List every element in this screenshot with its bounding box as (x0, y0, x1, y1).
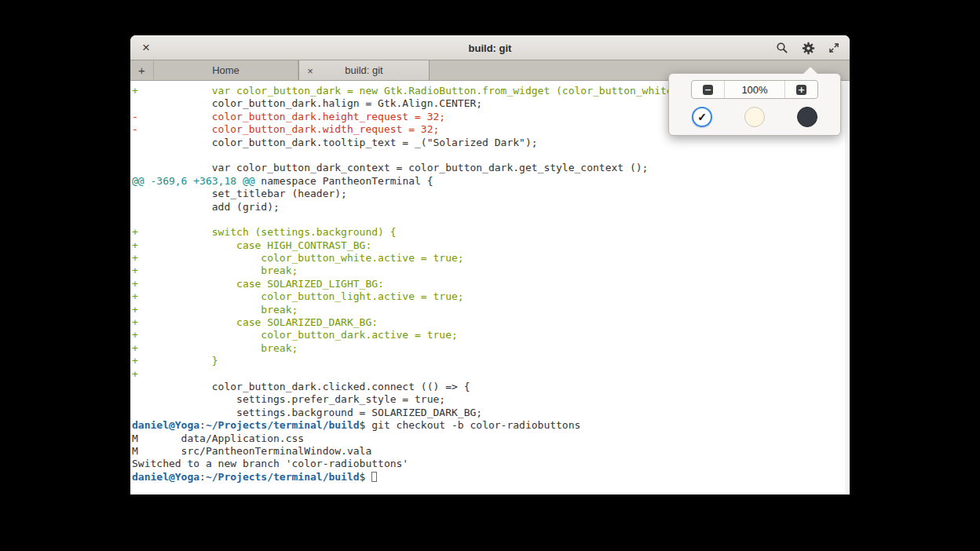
gear-icon (802, 42, 815, 55)
new-tab-button[interactable]: + (130, 60, 154, 80)
terminal-line: + case HIGH_CONTRAST_BG: (132, 239, 850, 252)
terminal-line: color_button_dark.clicked.connect (() =>… (132, 381, 850, 393)
terminal-text: + break; (132, 304, 298, 316)
titlebar: × build: git (130, 35, 850, 60)
terminal-text: ~/Projects/terminal/build (206, 419, 360, 431)
terminal-line (132, 149, 850, 162)
terminal-line: + color_button_white.active = true; (132, 252, 850, 265)
settings-popover: − 100% + ✓ (668, 73, 841, 136)
terminal-line: settings.background = SOLARIZED_DARK_BG; (132, 407, 850, 419)
terminal-line: + color_button_light.active = true; (132, 290, 850, 303)
terminal-text: + break; (132, 265, 298, 276)
terminal-text: + color_button_white.active = true; (132, 252, 464, 264)
terminal-line: + break; (132, 304, 850, 316)
terminal-line: var color_button_dark_context = color_bu… (132, 162, 850, 174)
terminal-line: set_titlebar (header); (132, 188, 850, 200)
terminal-line: M src/PantheonTerminalWindow.vala (132, 445, 850, 458)
terminal-text: namespace PantheonTerminal { (255, 175, 433, 187)
terminal-text: - color_button_dark.height_request = 32; (132, 111, 445, 122)
terminal-line: add (grid); (132, 201, 850, 213)
terminal-text: + switch (settings.background) { (132, 226, 397, 238)
search-icon (776, 42, 788, 54)
tab-build-git[interactable]: × build: git (298, 60, 430, 80)
tab-label: build: git (345, 64, 382, 76)
terminal-line: + case SOLARIZED_DARK_BG: (132, 316, 850, 329)
terminal-line: settings.prefer_dark_style = true; (132, 393, 850, 406)
zoom-control: − 100% + (691, 80, 818, 99)
terminal-line: + switch (settings.background) { (132, 226, 850, 239)
terminal-line: M data/Application.css (132, 432, 850, 445)
terminal-line: daniel@Yoga:~/Projects/terminal/build$ (132, 471, 850, 483)
expand-icon (828, 42, 840, 54)
tab-close-icon[interactable]: × (305, 60, 316, 81)
theme-row: ✓ (677, 107, 832, 127)
tab-home[interactable]: Home (154, 60, 298, 80)
minus-icon: − (703, 85, 713, 95)
terminal-text: ~/Projects/terminal/build (206, 471, 360, 483)
terminal-line: @@ -369,6 +363,18 @@ namespace PantheonT… (132, 175, 850, 188)
terminal-text: settings.prefer_dark_style = true; (132, 393, 445, 405)
terminal-text: + case HIGH_CONTRAST_BG: (132, 239, 371, 251)
terminal-text: color_button_dark.clicked.connect (() =>… (132, 381, 470, 392)
zoom-out-button[interactable]: − (692, 81, 724, 98)
terminal-text: M data/Application.css (132, 432, 304, 444)
terminal-text: daniel@Yoga (132, 471, 199, 483)
settings-button[interactable] (800, 38, 816, 57)
terminal-text: $ git checkout -b color-radiobuttons (360, 419, 581, 431)
theme-radio-solarized-dark[interactable] (797, 107, 817, 127)
terminal-cursor (371, 472, 377, 482)
search-button[interactable] (774, 38, 790, 57)
terminal-line: color_button_dark.tooltip_text = _("Sola… (132, 137, 850, 149)
terminal-text: daniel@Yoga (132, 419, 199, 431)
terminal-text: + } (132, 355, 218, 367)
plus-icon: + (796, 85, 806, 95)
terminal-text: + color_button_light.active = true; (132, 290, 464, 302)
terminal-text: $ (360, 471, 372, 483)
terminal-text: set_titlebar (header); (132, 188, 347, 199)
terminal-text: M src/PantheonTerminalWindow.vala (132, 445, 371, 457)
titlebar-actions (774, 35, 842, 60)
terminal-line: daniel@Yoga:~/Projects/terminal/build$ g… (132, 419, 850, 432)
terminal-line: Switched to a new branch 'color-radiobut… (132, 458, 850, 470)
theme-radio-solarized-light[interactable] (744, 107, 765, 127)
window-title: build: git (130, 35, 850, 60)
terminal-text: + (132, 368, 138, 380)
popover-arrow (803, 67, 817, 74)
terminal-text: settings.background = SOLARIZED_DARK_BG; (132, 407, 482, 418)
zoom-level[interactable]: 100% (724, 81, 785, 98)
terminal-line: + case SOLARIZED_LIGHT_BG: (132, 278, 850, 290)
terminal-text: : (199, 419, 206, 431)
plus-icon: + (138, 64, 145, 77)
terminal-line: + break; (132, 265, 850, 277)
terminal-text: : (199, 471, 206, 483)
terminal-text: var color_button_dark_context = color_bu… (132, 162, 648, 173)
terminal-text: + break; (132, 342, 298, 354)
terminal-line: + } (132, 355, 850, 367)
zoom-in-button[interactable]: + (785, 81, 817, 98)
terminal-text: Switched to a new branch 'color-radiobut… (132, 458, 408, 469)
terminal-output[interactable]: + var color_button_dark = new Gtk.RadioB… (130, 81, 850, 494)
terminal-text: + case SOLARIZED_DARK_BG: (132, 316, 378, 328)
terminal-text: + color_button_dark.active = true; (132, 329, 458, 341)
terminal-text: color_button_dark.halign = Gtk.Align.CEN… (132, 97, 482, 109)
terminal-line: + (132, 368, 850, 381)
terminal-text: color_button_dark.tooltip_text = _("Sola… (132, 137, 538, 148)
terminal-line (132, 213, 850, 226)
terminal-text: @@ -369,6 +363,18 @@ (132, 175, 255, 187)
tab-label: Home (212, 64, 240, 76)
terminal-text: add (grid); (132, 201, 280, 213)
terminal-text: + var color_button_dark = new Gtk.RadioB… (132, 85, 685, 97)
fullscreen-button[interactable] (826, 38, 842, 57)
terminal-line: + color_button_dark.active = true; (132, 329, 850, 341)
theme-radio-high-contrast[interactable]: ✓ (692, 107, 712, 127)
check-icon: ✓ (697, 111, 707, 122)
window-close-button[interactable]: × (138, 35, 154, 60)
terminal-text: - color_button_dark.width_request = 32; (132, 123, 439, 135)
terminal-text: + case SOLARIZED_LIGHT_BG: (132, 278, 384, 290)
terminal-line: + break; (132, 342, 850, 355)
